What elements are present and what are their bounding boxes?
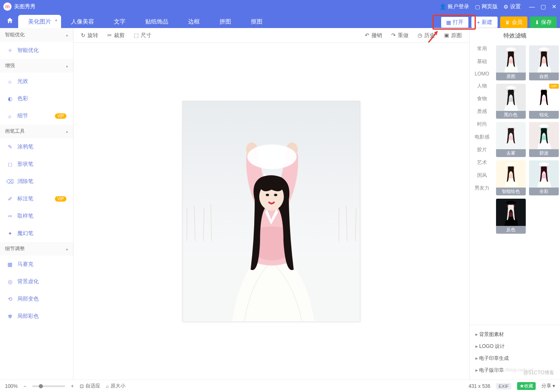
resource-link[interactable]: 背景图素材 (475, 329, 554, 340)
tab-text[interactable]: 文字 (104, 15, 135, 28)
filter-thumb[interactable]: 反色 (496, 199, 526, 234)
vip-button[interactable]: ♛会员 (500, 16, 527, 28)
item-erase[interactable]: ⌫消除笔 (0, 173, 73, 190)
item-light[interactable]: ☼光效 (0, 73, 73, 90)
fit-button[interactable]: ⊡自适应 (80, 383, 100, 390)
undo-icon: ↶ (365, 32, 369, 38)
zoom-out-button[interactable]: − (24, 383, 26, 389)
tab-collage[interactable]: 拼图 (210, 15, 241, 28)
web-version-button[interactable]: ▢ 网页版 (475, 3, 498, 10)
drop-icon: ✾ (7, 313, 13, 319)
canvas-area: ↻旋转 ✂裁剪 ⬚尺寸 ↶撤销 ↷重做 ◷历史 ▣原图 (73, 28, 469, 380)
tab-portrait[interactable]: 人像美容 (61, 15, 104, 28)
item-doodle[interactable]: ✎涂鸦笔 (0, 138, 73, 155)
item-blur[interactable]: ◎背景虚化 (0, 273, 73, 290)
filter-thumb[interactable]: 碧波 (529, 122, 559, 157)
app-logo-icon: m (3, 2, 12, 11)
crown-icon: ♛ (505, 19, 510, 26)
login-button[interactable]: 👤 账户登录 (439, 3, 469, 10)
filter-thumb[interactable]: 去雾 (496, 122, 526, 157)
minimize-button[interactable]: — (529, 3, 535, 10)
filter-cat[interactable]: LOMO (475, 71, 489, 77)
palette-icon: ◐ (7, 95, 13, 102)
item-label: 色彩 (17, 95, 28, 102)
filter-thumb[interactable]: 黑白色 (496, 84, 526, 119)
zoom-in-button[interactable]: + (71, 383, 74, 389)
filter-cat[interactable]: 胶片 (477, 146, 487, 153)
thumb-label: 碧波 (529, 149, 559, 157)
zoom-value: 100% (5, 383, 18, 389)
canvas[interactable] (73, 43, 469, 380)
new-button[interactable]: +新建 (471, 16, 498, 28)
open-button[interactable]: ▦打开 (441, 16, 469, 28)
tb-label: 重做 (398, 32, 409, 39)
filter-cat[interactable]: 质感 (477, 108, 487, 115)
tab-label: 文字 (114, 18, 125, 25)
close-button[interactable]: ✕ (552, 3, 557, 10)
filter-cat[interactable]: 时尚 (477, 121, 487, 128)
item-color[interactable]: ◐色彩 (0, 90, 73, 107)
tab-label: 抠图 (251, 18, 262, 25)
filter-cat[interactable]: 男友力 (475, 185, 489, 192)
filter-thumb[interactable]: 智能绘色 (496, 160, 526, 195)
save-button[interactable]: ⬇保存 (530, 16, 557, 28)
resource-link[interactable]: 电子印章生成 (475, 352, 554, 364)
group-detail[interactable]: 细节调整▴ (0, 242, 73, 256)
undo-button[interactable]: ↶撤销 (365, 32, 382, 39)
item-recolor[interactable]: ⟲局部变色 (0, 290, 73, 307)
filter-cat[interactable]: 电影感 (475, 134, 489, 141)
rotate-icon: ↻ (81, 32, 85, 38)
tab-beautify[interactable]: 美化图片▾ (18, 15, 61, 28)
history-button[interactable]: ◷历史 (418, 32, 435, 39)
canvas-toolbar: ↻旋转 ✂裁剪 ⬚尺寸 ↶撤销 ↷重做 ◷历史 ▣原图 (73, 28, 469, 43)
filter-thumb[interactable]: 全彩 (529, 160, 559, 195)
redo-icon: ↷ (391, 32, 396, 38)
item-shape[interactable]: ◻形状笔 (0, 155, 73, 173)
thumb-label: 去雾 (496, 149, 526, 157)
dropper-icon: ✑ (7, 213, 13, 219)
item-detail[interactable]: ⌕细节VIP (0, 107, 73, 124)
group-enhance[interactable]: 增强▴ (0, 59, 73, 73)
main-photo[interactable] (182, 101, 360, 322)
filter-cat[interactable]: 艺术 (477, 159, 487, 166)
maximize-button[interactable]: ▢ (541, 3, 546, 10)
home-button[interactable] (2, 13, 18, 28)
group-brush[interactable]: 画笔工具▴ (0, 124, 73, 138)
item-mosaic[interactable]: ▦马赛克 (0, 256, 73, 273)
exif-button[interactable]: EXIF (496, 383, 511, 390)
filter-thumb[interactable]: 原图 (496, 45, 526, 80)
filter-cat[interactable]: 国风 (477, 172, 487, 179)
item-label: 取样笔 (17, 212, 33, 220)
filter-cat[interactable]: 人物 (477, 82, 487, 89)
filter-thumb[interactable]: 自然 (529, 45, 559, 80)
original-button[interactable]: ▣原图 (444, 32, 462, 39)
favorite-button[interactable]: ★收藏 (517, 382, 536, 390)
crop-button[interactable]: ✂裁剪 (107, 32, 125, 39)
item-annotate[interactable]: ✐标注笔VIP (0, 190, 73, 207)
group-smart[interactable]: 智能优化▴ (0, 28, 73, 42)
zoom-slider[interactable] (32, 385, 65, 387)
image-icon: ▦ (446, 19, 451, 26)
tab-sticker[interactable]: 贴纸饰品 (135, 15, 178, 28)
item-partial-color[interactable]: ✾局部彩色 (0, 307, 73, 325)
settings-button[interactable]: ⚙ 设置 (503, 3, 521, 10)
item-label: 局部彩色 (17, 312, 39, 320)
share-button[interactable]: 分享 ▾ (541, 383, 555, 390)
svg-line-17 (211, 204, 212, 241)
resource-link[interactable]: LOGO 设计 (475, 340, 554, 352)
filter-cat[interactable]: 常用 (477, 45, 487, 52)
item-sample[interactable]: ✑取样笔 (0, 207, 73, 225)
tab-frame[interactable]: 边框 (178, 15, 210, 28)
slider-knob[interactable] (39, 384, 43, 388)
fit-icon: ⊡ (80, 383, 84, 389)
tab-cutout[interactable]: 抠图 (241, 15, 272, 28)
filter-cat[interactable]: 基础 (477, 58, 487, 65)
item-smart-optimize[interactable]: ✧智能优化 (0, 42, 73, 59)
filter-cat[interactable]: 食物 (477, 95, 487, 102)
size-button[interactable]: ⬚尺寸 (134, 32, 151, 39)
filter-thumb[interactable]: 锐化VIP (529, 84, 559, 119)
rotate-button[interactable]: ↻旋转 (81, 32, 98, 39)
item-magic[interactable]: ✦魔幻笔 (0, 225, 73, 242)
original-size-button[interactable]: ⌕原大小 (106, 383, 125, 390)
redo-button[interactable]: ↷重做 (391, 32, 409, 39)
